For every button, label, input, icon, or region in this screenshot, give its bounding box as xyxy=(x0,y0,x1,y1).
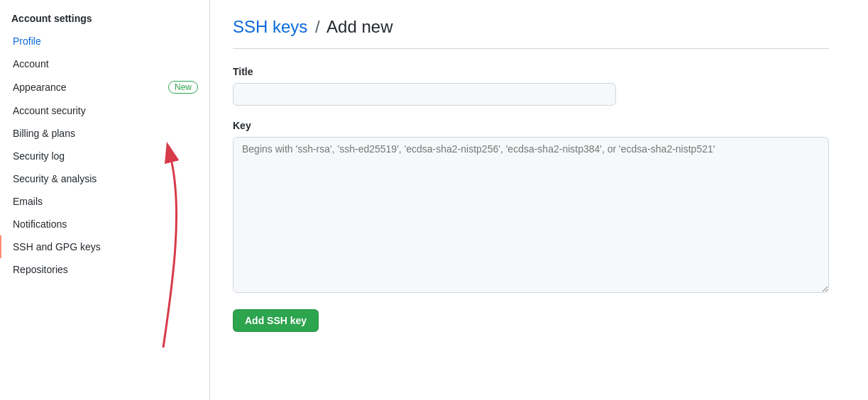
title-input[interactable] xyxy=(233,83,616,106)
add-ssh-key-button[interactable]: Add SSH key xyxy=(233,309,319,332)
sidebar-header: Account settings xyxy=(0,6,209,30)
sidebar-item-emails[interactable]: Emails xyxy=(0,190,209,213)
title-rest: Add new xyxy=(326,17,392,36)
sidebar-item-label-appearance: Appearance xyxy=(13,82,168,93)
sidebar-item-label-notifications: Notifications xyxy=(13,218,198,230)
sidebar-item-profile[interactable]: Profile xyxy=(0,30,209,52)
key-form-group: Key xyxy=(233,120,829,295)
sidebar-item-appearance[interactable]: AppearanceNew xyxy=(0,75,209,99)
sidebar: Account settings ProfileAccountAppearanc… xyxy=(0,0,210,400)
sidebar-item-label-repositories: Repositories xyxy=(13,264,198,275)
title-form-group: Title xyxy=(233,66,829,106)
page-title: SSH keys / Add new xyxy=(233,17,829,49)
sidebar-item-label-profile: Profile xyxy=(13,35,198,47)
sidebar-item-account-security[interactable]: Account security xyxy=(0,99,209,122)
key-label: Key xyxy=(233,120,829,131)
sidebar-item-repositories[interactable]: Repositories xyxy=(0,258,209,281)
main-content: SSH keys / Add new Title Key Add SSH key xyxy=(210,0,852,400)
sidebar-item-notifications[interactable]: Notifications xyxy=(0,213,209,235)
sidebar-item-label-security-analysis: Security & analysis xyxy=(13,173,198,184)
sidebar-item-security-analysis[interactable]: Security & analysis xyxy=(0,167,209,190)
sidebar-item-label-emails: Emails xyxy=(13,196,198,207)
title-separator: / xyxy=(315,17,320,36)
ssh-keys-link[interactable]: SSH keys xyxy=(233,17,307,36)
sidebar-item-ssh-gpg-keys[interactable]: SSH and GPG keys xyxy=(0,235,209,258)
sidebar-item-label-security-log: Security log xyxy=(13,150,198,162)
sidebar-item-label-account-security: Account security xyxy=(13,105,198,116)
badge-new-appearance: New xyxy=(168,81,198,94)
sidebar-item-security-log[interactable]: Security log xyxy=(0,145,209,167)
key-textarea[interactable] xyxy=(233,137,829,293)
sidebar-item-billing[interactable]: Billing & plans xyxy=(0,122,209,145)
sidebar-item-account[interactable]: Account xyxy=(0,52,209,75)
sidebar-item-label-billing: Billing & plans xyxy=(13,128,198,139)
title-label: Title xyxy=(233,66,829,77)
sidebar-item-label-ssh-gpg-keys: SSH and GPG keys xyxy=(13,241,198,252)
sidebar-item-label-account: Account xyxy=(13,58,198,70)
